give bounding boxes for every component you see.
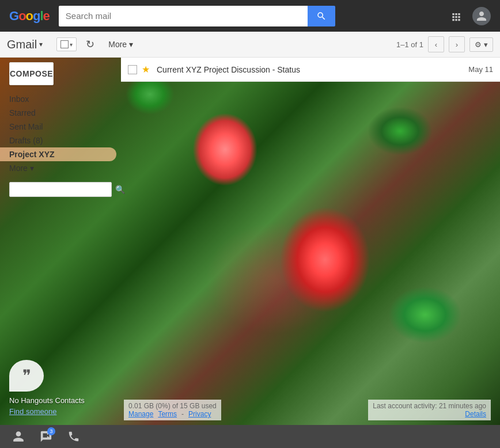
- email-subject: Current XYZ Project Discussion - Status: [157, 65, 461, 74]
- footer-hangouts-icon[interactable]: 3: [37, 427, 55, 446]
- refresh-button[interactable]: ↻: [81, 36, 99, 53]
- more-button[interactable]: More ▾: [104, 37, 138, 51]
- sidebar-item-drafts[interactable]: Drafts (8): [0, 134, 116, 147]
- settings-button[interactable]: ⚙ ▾: [469, 37, 493, 52]
- google-logo: Google: [9, 9, 50, 24]
- footer-bar: 3: [0, 425, 500, 448]
- storage-info: 0.01 GB (0%) of 15 GB used Manage Terms …: [124, 400, 221, 420]
- gmail-title[interactable]: Gmail ▾: [7, 38, 43, 51]
- gmail-caret: ▾: [39, 40, 43, 48]
- sidebar-item-sent[interactable]: Sent Mail: [0, 120, 116, 134]
- table-row[interactable]: ★ Current XYZ Project Discussion - Statu…: [121, 58, 500, 82]
- google-topbar: Google label:project-xyz: [0, 0, 500, 32]
- hangouts-badge: 3: [47, 427, 55, 435]
- footer-person-icon[interactable]: [9, 427, 28, 446]
- last-activity-text: Last account activity: 21 minutes ago: [373, 402, 486, 410]
- select-all-checkbox[interactable]: ▾: [56, 37, 77, 51]
- star-icon[interactable]: ★: [142, 64, 150, 75]
- search-icon: [316, 11, 327, 21]
- nav-list: Inbox Starred Sent Mail Drafts (8) Proje…: [0, 92, 121, 161]
- email-date: May 11: [468, 65, 493, 74]
- page-info: 1–1 of 1 ‹ › ⚙ ▾: [396, 36, 493, 52]
- settings-icon: ⚙: [475, 40, 482, 49]
- storage-links: Manage Terms - Privacy: [128, 410, 217, 418]
- sidebar-search-box: 🔍: [9, 182, 112, 197]
- hangouts-section: No Hangouts Contacts Find someone: [0, 351, 121, 425]
- user-avatar[interactable]: [472, 7, 491, 25]
- search-container: label:project-xyz: [59, 6, 335, 26]
- footer-phone-icon[interactable]: [65, 427, 83, 446]
- email-area: ★ Current XYZ Project Discussion - Statu…: [121, 58, 500, 448]
- manage-link[interactable]: Manage: [128, 410, 153, 418]
- sidebar-item-starred[interactable]: Starred: [0, 106, 116, 120]
- last-activity: Last account activity: 21 minutes ago De…: [368, 400, 491, 420]
- main-content: COMPOSE Inbox Starred Sent Mail Drafts (…: [0, 58, 500, 448]
- hangouts-find-link[interactable]: Find someone: [9, 407, 112, 416]
- next-page-button[interactable]: ›: [449, 36, 465, 52]
- sidebar-item-project-xyz[interactable]: Project XYZ: [0, 147, 116, 161]
- gmail-toolbar: Gmail ▾ ▾ ↻ More ▾ 1–1 of 1 ‹ › ⚙ ▾: [0, 32, 500, 58]
- sidebar-item-inbox[interactable]: Inbox: [0, 92, 116, 106]
- search-input[interactable]: label:project-xyz: [59, 6, 308, 26]
- compose-button[interactable]: COMPOSE: [9, 62, 54, 85]
- hangouts-no-contacts: No Hangouts Contacts: [9, 396, 112, 405]
- storage-usage-text: 0.01 GB (0%) of 15 GB used: [128, 402, 217, 410]
- hangouts-bubble-icon: [9, 360, 44, 392]
- sidebar-more-link[interactable]: More ▾: [0, 161, 121, 175]
- checkbox-caret: ▾: [70, 41, 73, 48]
- apps-icon[interactable]: [447, 7, 465, 25]
- topbar-right: [447, 7, 491, 25]
- checkbox-square: [60, 40, 69, 48]
- sidebar-search-input[interactable]: [14, 185, 115, 194]
- privacy-link[interactable]: Privacy: [188, 410, 211, 418]
- separator: -: [181, 410, 184, 418]
- search-button[interactable]: [308, 6, 335, 26]
- email-checkbox[interactable]: [128, 65, 137, 74]
- details-link[interactable]: Details: [465, 410, 486, 418]
- terms-link[interactable]: Terms: [158, 410, 177, 418]
- prev-page-button[interactable]: ‹: [428, 36, 444, 52]
